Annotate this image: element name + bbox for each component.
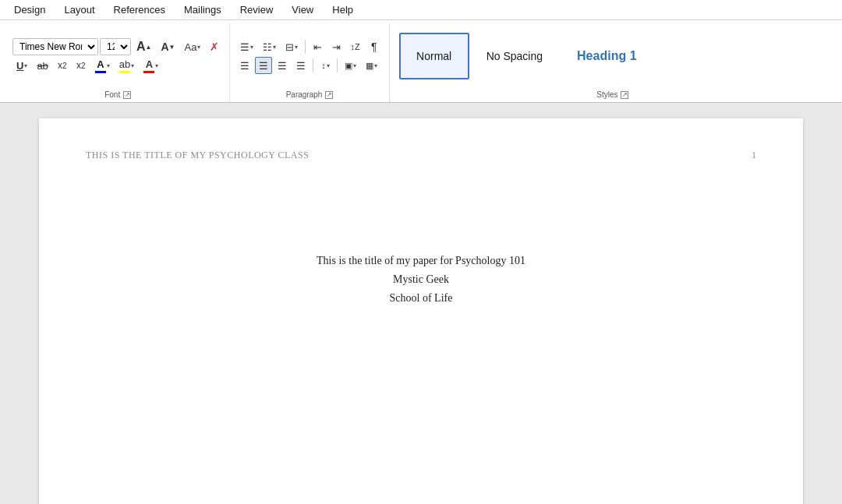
doc-author[interactable]: Mystic Geek bbox=[393, 273, 449, 286]
menu-mailings[interactable]: Mailings bbox=[176, 2, 229, 18]
menu-design[interactable]: Design bbox=[6, 2, 53, 18]
numbering-icon: ☷ bbox=[263, 41, 272, 53]
styles-group-label: Styles ↗ bbox=[399, 89, 826, 102]
styles-group-content: Normal No Spacing Heading 1 bbox=[399, 23, 826, 89]
borders-button[interactable]: ▦▾ bbox=[362, 57, 381, 74]
styles-content: Normal No Spacing Heading 1 bbox=[399, 26, 654, 86]
font-color-red-button[interactable]: A ▾ bbox=[140, 57, 162, 74]
styles-expand-icon[interactable]: ↗ bbox=[621, 91, 628, 99]
subscript-button[interactable]: x2 bbox=[54, 57, 71, 74]
font-size-select[interactable]: 12 bbox=[100, 38, 131, 55]
font-row2: U▾ ab x2 x2 A ▾ bbox=[12, 57, 223, 74]
font-color-button[interactable]: A ▾ bbox=[91, 57, 114, 74]
font-group-label: Font ↗ bbox=[12, 89, 223, 102]
document-page[interactable]: THIS IS THE TITLE OF MY PSYCHOLOGY CLASS… bbox=[39, 118, 803, 504]
show-hide-button[interactable]: ¶ bbox=[366, 38, 383, 55]
separator2 bbox=[313, 58, 313, 72]
sort-button[interactable]: ↕Z bbox=[346, 38, 363, 55]
separator1 bbox=[305, 40, 306, 54]
bullets-button[interactable]: ☰▾ bbox=[236, 38, 257, 55]
menu-help[interactable]: Help bbox=[324, 2, 361, 18]
menu-review[interactable]: Review bbox=[232, 2, 281, 18]
style-heading1[interactable]: Heading 1 bbox=[560, 33, 653, 79]
align-right-icon: ☰ bbox=[278, 60, 287, 72]
multilevel-button[interactable]: ⊟▾ bbox=[281, 38, 302, 55]
shrink-font-button[interactable]: A▼ bbox=[157, 38, 179, 55]
font-group-content: Times New Roman 12 A▲ A▼ Aa▾ ✗ bbox=[12, 23, 223, 89]
align-right-button[interactable]: ☰ bbox=[274, 57, 291, 74]
align-left-button[interactable]: ☰ bbox=[236, 57, 253, 74]
menu-bar: Design Layout References Mailings Review… bbox=[0, 0, 842, 20]
font-color-icon: A bbox=[95, 58, 106, 73]
doc-title[interactable]: This is the title of my paper for Psycho… bbox=[317, 255, 525, 267]
para-row2: ☰ ☰ ☰ ☰ ↕ bbox=[236, 57, 382, 74]
align-center-button[interactable]: ☰ bbox=[255, 57, 272, 74]
paragraph-group: ☰▾ ☷▾ ⊟▾ ⇤ bbox=[230, 23, 389, 102]
align-left-icon: ☰ bbox=[240, 60, 249, 72]
document-area: THIS IS THE TITLE OF MY PSYCHOLOGY CLASS… bbox=[0, 103, 842, 504]
line-spacing-icon: ↕ bbox=[321, 61, 326, 70]
menu-layout[interactable]: Layout bbox=[56, 2, 102, 18]
ribbon: Times New Roman 12 A▲ A▼ Aa▾ ✗ bbox=[0, 20, 842, 103]
justify-button[interactable]: ☰ bbox=[292, 57, 310, 74]
style-normal-label: Normal bbox=[416, 50, 451, 62]
paragraph-expand-icon[interactable]: ↗ bbox=[325, 91, 333, 99]
menu-references[interactable]: References bbox=[106, 2, 173, 18]
font-row1: Times New Roman 12 A▲ A▼ Aa▾ ✗ bbox=[12, 38, 223, 55]
menu-view[interactable]: View bbox=[284, 2, 321, 18]
decrease-indent-button[interactable]: ⇤ bbox=[309, 38, 326, 55]
style-no-spacing-label: No Spacing bbox=[486, 50, 543, 62]
grow-font-button[interactable]: A▲ bbox=[133, 38, 155, 55]
style-normal[interactable]: Normal bbox=[399, 33, 469, 79]
change-case-button[interactable]: Aa▾ bbox=[181, 38, 205, 55]
multilevel-icon: ⊟ bbox=[285, 41, 294, 53]
increase-indent-icon: ⇥ bbox=[332, 41, 341, 53]
doc-institution[interactable]: School of Life bbox=[390, 292, 453, 305]
separator3 bbox=[337, 58, 338, 72]
page-number: 1 bbox=[752, 150, 756, 161]
line-spacing-button[interactable]: ↕▾ bbox=[317, 57, 334, 74]
font-group: Times New Roman 12 A▲ A▼ Aa▾ ✗ bbox=[6, 23, 230, 102]
running-title: THIS IS THE TITLE OF MY PSYCHOLOGY CLASS bbox=[86, 150, 309, 161]
sort-icon: ↕Z bbox=[350, 42, 359, 51]
shading-icon: ▣ bbox=[345, 61, 352, 71]
underline-button[interactable]: U▾ bbox=[12, 57, 31, 74]
decrease-indent-icon: ⇤ bbox=[313, 41, 322, 53]
font-name-select[interactable]: Times New Roman bbox=[12, 38, 98, 55]
style-heading1-label: Heading 1 bbox=[577, 49, 636, 63]
paragraph-group-content: ☰▾ ☷▾ ⊟▾ ⇤ bbox=[236, 23, 382, 89]
styles-group: Normal No Spacing Heading 1 Styles ↗ bbox=[390, 23, 836, 102]
strikethrough-button[interactable]: ab bbox=[33, 57, 51, 74]
pilcrow-icon: ¶ bbox=[371, 41, 377, 53]
clear-format-button[interactable]: ✗ bbox=[206, 38, 223, 55]
bullets-icon: ☰ bbox=[240, 41, 249, 53]
highlight-button[interactable]: ab ▾ bbox=[115, 57, 138, 74]
borders-icon: ▦ bbox=[366, 61, 373, 71]
shading-button[interactable]: ▣▾ bbox=[341, 57, 360, 74]
doc-header: THIS IS THE TITLE OF MY PSYCHOLOGY CLASS… bbox=[86, 150, 756, 161]
increase-indent-button[interactable]: ⇥ bbox=[327, 38, 345, 55]
font-expand-icon[interactable]: ↗ bbox=[123, 91, 131, 99]
highlight-icon: ab bbox=[119, 58, 130, 73]
paragraph-group-label: Paragraph ↗ bbox=[236, 89, 382, 102]
justify-icon: ☰ bbox=[296, 60, 306, 72]
superscript-button[interactable]: x2 bbox=[73, 57, 90, 74]
para-row1: ☰▾ ☷▾ ⊟▾ ⇤ bbox=[236, 38, 382, 55]
align-center-icon: ☰ bbox=[259, 60, 268, 72]
style-no-spacing[interactable]: No Spacing bbox=[469, 33, 560, 79]
numbering-button[interactable]: ☷▾ bbox=[259, 38, 280, 55]
font-color-red-icon: A bbox=[143, 58, 154, 73]
doc-body: This is the title of my paper for Psycho… bbox=[86, 255, 756, 305]
